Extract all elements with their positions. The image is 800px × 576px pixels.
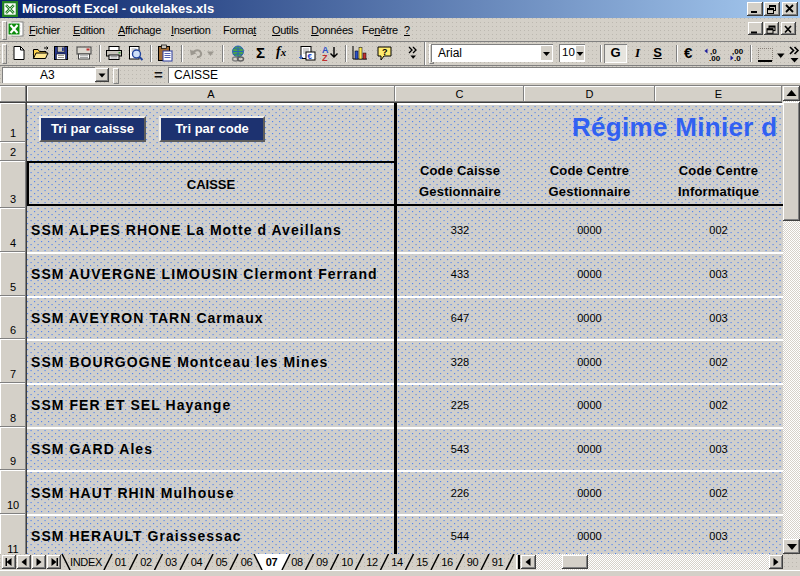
svg-text:14: 14	[391, 556, 403, 568]
svg-text:90: 90	[467, 556, 479, 568]
svg-text:04: 04	[191, 556, 203, 568]
svg-text:,00: ,00	[709, 54, 721, 61]
svg-text:15: 15	[416, 556, 428, 568]
svg-text:08: 08	[291, 556, 303, 568]
svg-text:12: 12	[366, 556, 378, 568]
svg-text:07: 07	[266, 556, 278, 568]
svg-text:06: 06	[241, 556, 253, 568]
svg-text:09: 09	[316, 556, 328, 568]
svg-text:91: 91	[492, 556, 504, 568]
svg-text:Z: Z	[322, 53, 328, 62]
svg-text:,0: ,0	[734, 54, 741, 61]
svg-text:03: 03	[165, 556, 177, 568]
svg-text:05: 05	[216, 556, 228, 568]
svg-text:?: ?	[382, 47, 388, 57]
svg-text:10: 10	[341, 556, 353, 568]
svg-text:02: 02	[140, 556, 152, 568]
svg-text:€: €	[308, 52, 313, 61]
svg-text:INDEX: INDEX	[70, 556, 103, 568]
svg-text:16: 16	[441, 556, 453, 568]
svg-text:01: 01	[115, 556, 127, 568]
